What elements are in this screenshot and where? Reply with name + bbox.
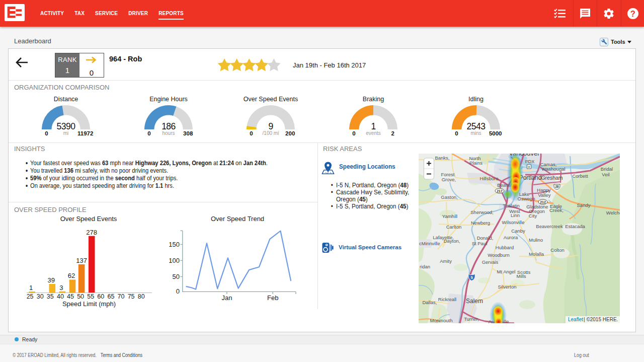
svg-text:Gervais: Gervais bbox=[482, 259, 499, 265]
svg-text:45: 45 bbox=[67, 293, 74, 300]
svg-text:Canby: Canby bbox=[511, 228, 525, 234]
svg-text:St Paul: St Paul bbox=[472, 241, 488, 246]
svg-text:/100 mi: /100 mi bbox=[263, 130, 279, 136]
svg-text:186: 186 bbox=[162, 121, 176, 131]
svg-text:Bridal: Bridal bbox=[601, 166, 613, 172]
svg-text:Tualatin: Tualatin bbox=[503, 203, 519, 208]
svg-text:Sandy: Sandy bbox=[577, 202, 591, 208]
svg-text:0: 0 bbox=[176, 287, 180, 295]
svg-text:Estacada: Estacada bbox=[565, 224, 585, 229]
svg-text:150: 150 bbox=[169, 241, 180, 248]
svg-text:11972: 11972 bbox=[77, 130, 93, 136]
svg-text:1: 1 bbox=[29, 284, 33, 292]
svg-text:26: 26 bbox=[555, 185, 559, 188]
svg-text:0: 0 bbox=[45, 130, 48, 136]
svg-text:Banks,: Banks, bbox=[435, 155, 449, 161]
svg-text:5: 5 bbox=[471, 275, 473, 280]
svg-text:mi: mi bbox=[63, 130, 69, 136]
svg-text:0: 0 bbox=[147, 130, 150, 136]
svg-text:2543: 2543 bbox=[467, 121, 486, 131]
svg-text:Sherwood,: Sherwood, bbox=[470, 209, 493, 215]
svg-text:Wilsonville: Wilsonville bbox=[502, 220, 525, 225]
svg-text:Linn: Linn bbox=[511, 212, 520, 218]
svg-text:Leaflet: Leaflet bbox=[568, 317, 583, 322]
svg-text:Creek,: Creek, bbox=[549, 207, 564, 213]
svg-text:Speed Limit (mph): Speed Limit (mph) bbox=[62, 300, 116, 308]
svg-text:Turner,: Turner, bbox=[464, 316, 479, 322]
svg-text:75: 75 bbox=[128, 293, 135, 300]
svg-text:137: 137 bbox=[76, 257, 87, 264]
svg-text:0: 0 bbox=[250, 130, 253, 136]
svg-text:Dayton,: Dayton, bbox=[444, 238, 460, 244]
svg-text:100: 100 bbox=[169, 257, 180, 264]
svg-text:308: 308 bbox=[183, 130, 193, 136]
svg-text:✈: ✈ bbox=[528, 165, 531, 169]
svg-text:mins: mins bbox=[470, 130, 481, 136]
svg-text:Silverton: Silverton bbox=[498, 284, 517, 289]
svg-text:Molalla: Molalla bbox=[529, 251, 544, 257]
svg-text:50: 50 bbox=[77, 293, 84, 300]
svg-text:217: 217 bbox=[497, 189, 503, 193]
svg-text:Jan: Jan bbox=[221, 294, 232, 302]
svg-text:hours: hours bbox=[162, 130, 175, 136]
svg-text:Gaston,: Gaston, bbox=[441, 194, 457, 200]
svg-text:65: 65 bbox=[107, 293, 114, 300]
svg-text:Plains: Plains bbox=[469, 160, 482, 166]
svg-text:Newberg: Newberg bbox=[471, 220, 490, 226]
svg-text:PDX: PDX bbox=[525, 159, 535, 164]
svg-text:Corbett: Corbett bbox=[572, 173, 588, 179]
svg-text:Donald,: Donald, bbox=[477, 235, 494, 241]
svg-text:events: events bbox=[366, 130, 380, 136]
svg-text:Mulino: Mulino bbox=[529, 237, 543, 243]
svg-text:50: 50 bbox=[173, 273, 180, 280]
svg-text:212: 212 bbox=[540, 200, 546, 204]
svg-text:62: 62 bbox=[68, 272, 75, 279]
svg-text:ridan: ridan bbox=[420, 264, 430, 269]
svg-text:5390: 5390 bbox=[57, 121, 76, 131]
svg-text:80: 80 bbox=[138, 293, 145, 300]
svg-text:City: City bbox=[529, 213, 537, 219]
svg-text:Rickreall: Rickreall bbox=[438, 297, 456, 302]
svg-text:Veil: Veil bbox=[602, 172, 609, 177]
svg-text:30: 30 bbox=[37, 293, 44, 300]
svg-text:Hubbard: Hubbard bbox=[496, 245, 514, 250]
svg-text:?: ? bbox=[630, 9, 635, 18]
svg-text:9: 9 bbox=[268, 121, 273, 131]
svg-text:Mt Angel: Mt Angel bbox=[497, 269, 516, 274]
svg-text:Hillsboro: Hillsboro bbox=[480, 176, 499, 181]
svg-text:Valley: Valley bbox=[538, 192, 550, 198]
svg-text:39: 39 bbox=[48, 276, 55, 284]
svg-text:Carlton: Carlton bbox=[446, 224, 462, 230]
svg-text:60: 60 bbox=[97, 293, 104, 300]
svg-text:Gresham: Gresham bbox=[541, 175, 562, 181]
svg-text:0: 0 bbox=[455, 130, 458, 136]
svg-text:Welches: Welches bbox=[606, 210, 620, 215]
svg-text:Aurora: Aurora bbox=[504, 235, 518, 240]
svg-text:70: 70 bbox=[118, 293, 125, 300]
svg-text:1: 1 bbox=[371, 121, 375, 131]
svg-text:| ©2015 HERE.: | ©2015 HERE. bbox=[584, 317, 618, 322]
svg-text:3: 3 bbox=[59, 284, 63, 292]
svg-text:Salem: Salem bbox=[466, 298, 483, 305]
svg-text:5000: 5000 bbox=[489, 130, 502, 136]
svg-text:Washougal: Washougal bbox=[541, 166, 565, 172]
svg-text:Dallas,: Dallas, bbox=[422, 300, 437, 305]
svg-text:Grove,: Grove, bbox=[442, 177, 456, 182]
svg-text:Yamhill: Yamhill bbox=[442, 213, 457, 219]
svg-text:Feb: Feb bbox=[267, 294, 278, 302]
svg-text:cMinnville: cMinnville bbox=[419, 241, 440, 246]
svg-text:25: 25 bbox=[27, 293, 34, 300]
svg-text:Monmouth: Monmouth bbox=[430, 318, 453, 323]
svg-text:Beavercreek: Beavercreek bbox=[536, 224, 563, 229]
svg-text:Colton: Colton bbox=[550, 247, 564, 253]
svg-text:55: 55 bbox=[87, 293, 94, 300]
svg-text:Mills: Mills bbox=[517, 273, 526, 279]
svg-text:2: 2 bbox=[391, 130, 394, 136]
svg-text:Woodburn: Woodburn bbox=[488, 252, 510, 258]
svg-text:200: 200 bbox=[285, 130, 295, 136]
svg-text:40: 40 bbox=[57, 293, 64, 300]
svg-text:Amity: Amity bbox=[440, 258, 452, 264]
svg-text:0: 0 bbox=[352, 130, 355, 136]
svg-text:278: 278 bbox=[86, 229, 97, 236]
svg-text:35: 35 bbox=[47, 293, 54, 300]
